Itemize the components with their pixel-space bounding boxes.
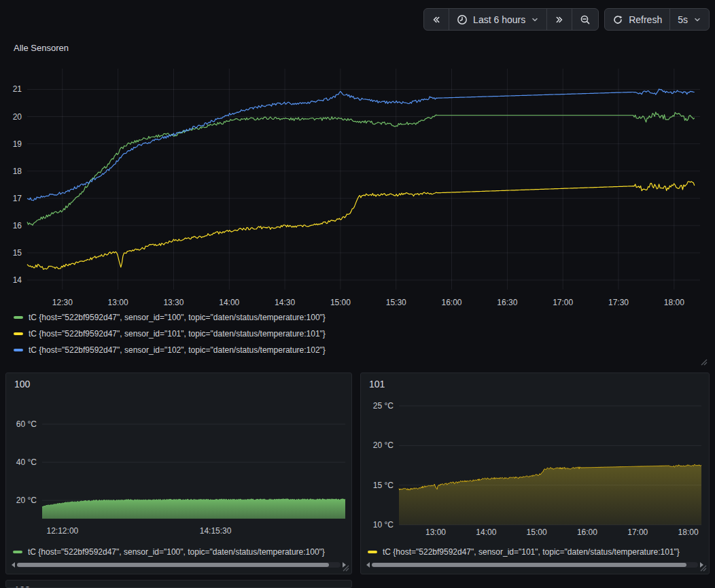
panel-102: 102 bbox=[5, 580, 352, 588]
double-chevron-left-icon bbox=[432, 15, 441, 24]
panel-101: 101 10 °C15 °C20 °C25 °C13:0014:0015:001… bbox=[360, 373, 710, 574]
legend-item-sensor-101[interactable]: tC {host="522bf9592d47", sensor_id="101"… bbox=[368, 544, 705, 559]
legend-scrollbar bbox=[366, 561, 703, 568]
time-range-group: Last 6 hours bbox=[423, 8, 599, 31]
svg-text:20 °C: 20 °C bbox=[373, 440, 394, 450]
svg-text:15:30: 15:30 bbox=[386, 298, 406, 307]
svg-text:15: 15 bbox=[13, 248, 22, 258]
legend-swatch-yellow bbox=[368, 551, 377, 553]
chart-legend: tC {host="522bf9592d47", sensor_id="100"… bbox=[14, 309, 326, 358]
scrollbar-track[interactable] bbox=[372, 562, 698, 568]
chevron-down-icon bbox=[693, 16, 701, 24]
svg-text:17: 17 bbox=[13, 194, 22, 203]
svg-text:10 °C: 10 °C bbox=[373, 520, 394, 530]
svg-text:18:00: 18:00 bbox=[678, 528, 699, 537]
scrollbar-track[interactable] bbox=[17, 562, 341, 568]
panel-title[interactable]: 102 bbox=[14, 585, 30, 588]
double-chevron-right-icon bbox=[555, 15, 564, 24]
refresh-button[interactable]: Refresh bbox=[605, 9, 669, 30]
clock-icon bbox=[457, 14, 468, 25]
svg-text:14:00: 14:00 bbox=[219, 298, 239, 307]
svg-text:17:00: 17:00 bbox=[627, 528, 648, 537]
panel-title[interactable]: 100 bbox=[14, 379, 30, 390]
legend-label: tC {host="522bf9592d47", sensor_id="100"… bbox=[28, 547, 325, 557]
grafana-dashboard: { "toolbar": { "time_range_label": "Last… bbox=[0, 0, 715, 588]
legend-item-sensor-100[interactable]: tC {host="522bf9592d47", sensor_id="100"… bbox=[14, 309, 326, 326]
svg-text:13:00: 13:00 bbox=[425, 528, 446, 537]
svg-text:60 °C: 60 °C bbox=[16, 419, 37, 429]
scrollbar-thumb[interactable] bbox=[17, 563, 329, 567]
chevron-down-icon bbox=[531, 16, 539, 24]
legend-item-sensor-102[interactable]: tC {host="522bf9592d47", sensor_id="102"… bbox=[14, 342, 326, 358]
time-range-label: Last 6 hours bbox=[473, 14, 525, 25]
time-controls-toolbar: Last 6 hours Refresh 5s bbox=[423, 8, 710, 31]
scrollbar-thumb[interactable] bbox=[372, 563, 686, 567]
legend-scrollbar bbox=[12, 561, 346, 568]
panel-resize-handle[interactable] bbox=[700, 565, 707, 572]
svg-text:16: 16 bbox=[13, 221, 22, 230]
legend-label: tC {host="522bf9592d47", sensor_id="101"… bbox=[383, 547, 680, 557]
svg-text:14:15:30: 14:15:30 bbox=[200, 526, 232, 536]
svg-text:25 °C: 25 °C bbox=[373, 401, 394, 411]
panel-100: 100 20 °C40 °C60 °C12:12:0014:15:30 tC {… bbox=[5, 373, 352, 574]
svg-text:17:00: 17:00 bbox=[553, 298, 573, 307]
svg-text:40 °C: 40 °C bbox=[16, 457, 37, 467]
svg-text:12:30: 12:30 bbox=[52, 298, 73, 307]
svg-text:13:00: 13:00 bbox=[108, 298, 128, 307]
svg-text:19: 19 bbox=[13, 139, 22, 149]
svg-text:16:00: 16:00 bbox=[442, 298, 462, 307]
sync-arrows-icon bbox=[612, 14, 623, 25]
svg-text:18: 18 bbox=[13, 167, 22, 176]
svg-text:16:30: 16:30 bbox=[497, 298, 517, 307]
zoom-out-time-button[interactable] bbox=[572, 9, 598, 30]
legend-swatch-green bbox=[13, 551, 22, 553]
panel-alle-sensoren: Alle Sensoren 141516171819202112:3013:00… bbox=[5, 37, 710, 368]
legend-label: tC {host="522bf9592d47", sensor_id="102"… bbox=[29, 345, 326, 355]
legend-swatch-yellow bbox=[14, 332, 23, 335]
svg-text:12:12:00: 12:12:00 bbox=[47, 526, 79, 536]
legend-label: tC {host="522bf9592d47", sensor_id="101"… bbox=[29, 329, 326, 339]
svg-text:15:00: 15:00 bbox=[330, 298, 351, 307]
svg-text:14: 14 bbox=[13, 275, 22, 285]
scroll-left-arrow[interactable] bbox=[12, 562, 15, 568]
time-range-picker-button[interactable]: Last 6 hours bbox=[449, 9, 546, 30]
refresh-interval-value: 5s bbox=[678, 14, 688, 25]
legend-swatch-green bbox=[14, 316, 23, 319]
svg-text:15 °C: 15 °C bbox=[373, 481, 394, 490]
chart-sensor-100[interactable]: 20 °C40 °C60 °C12:12:0014:15:30 bbox=[7, 392, 352, 538]
svg-text:14:30: 14:30 bbox=[275, 298, 295, 307]
shift-time-back-button[interactable] bbox=[424, 9, 449, 30]
chart-alle-sensoren[interactable]: 141516171819202112:3013:0013:3014:0014:3… bbox=[5, 58, 710, 317]
svg-text:20: 20 bbox=[13, 112, 22, 122]
legend-swatch-blue bbox=[14, 349, 23, 351]
svg-text:21: 21 bbox=[13, 84, 22, 94]
legend-item-sensor-100[interactable]: tC {host="522bf9592d47", sensor_id="100"… bbox=[13, 544, 347, 559]
panel-resize-handle[interactable] bbox=[701, 359, 708, 366]
panel-resize-handle[interactable] bbox=[343, 565, 349, 572]
svg-text:14:00: 14:00 bbox=[476, 528, 496, 537]
svg-text:20 °C: 20 °C bbox=[16, 496, 37, 505]
scroll-left-arrow[interactable] bbox=[366, 562, 370, 568]
chart-sensor-101[interactable]: 10 °C15 °C20 °C25 °C13:0014:0015:0016:00… bbox=[362, 392, 707, 542]
legend-label: tC {host="522bf9592d47", sensor_id="100"… bbox=[29, 313, 326, 322]
panel-title[interactable]: 101 bbox=[369, 379, 385, 390]
panel-title[interactable]: Alle Sensoren bbox=[14, 43, 69, 53]
refresh-interval-dropdown[interactable]: 5s bbox=[669, 9, 709, 30]
refresh-group: Refresh 5s bbox=[604, 8, 710, 31]
svg-text:18:00: 18:00 bbox=[664, 298, 684, 307]
magnifier-minus-icon bbox=[580, 14, 591, 25]
svg-text:13:30: 13:30 bbox=[163, 298, 184, 307]
svg-text:17:30: 17:30 bbox=[608, 298, 629, 307]
svg-text:16:00: 16:00 bbox=[577, 528, 597, 537]
shift-time-forward-button[interactable] bbox=[546, 9, 572, 30]
legend-item-sensor-101[interactable]: tC {host="522bf9592d47", sensor_id="101"… bbox=[14, 326, 326, 342]
refresh-label: Refresh bbox=[629, 14, 662, 25]
svg-text:15:00: 15:00 bbox=[527, 528, 547, 537]
